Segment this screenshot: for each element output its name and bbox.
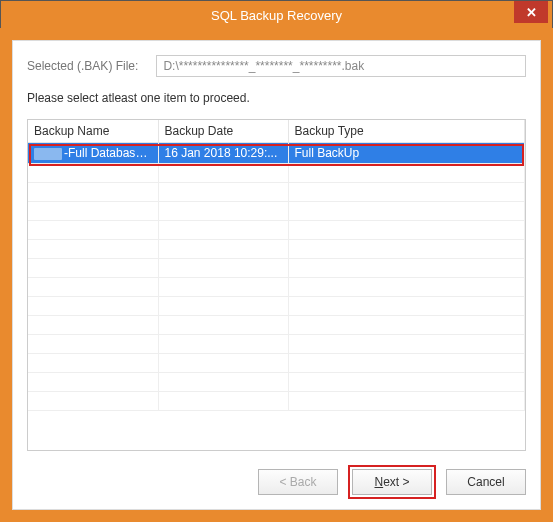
content-panel: Selected (.BAK) File: Please select atle… <box>12 40 541 510</box>
grid-row-empty <box>28 221 525 240</box>
cell-backup-name: -Full Database ... <box>28 143 158 164</box>
grid-row-empty <box>28 316 525 335</box>
grid-header-row: Backup Name Backup Date Backup Type <box>28 120 525 143</box>
cell-backup-type: Full BackUp <box>288 143 525 164</box>
col-backup-type[interactable]: Backup Type <box>288 120 525 143</box>
grid-row-empty <box>28 354 525 373</box>
grid-row-empty <box>28 392 525 411</box>
col-backup-name[interactable]: Backup Name <box>28 120 158 143</box>
col-backup-date[interactable]: Backup Date <box>158 120 288 143</box>
backup-grid[interactable]: Backup Name Backup Date Backup Type -Ful… <box>27 119 526 451</box>
instruction-text: Please select atleast one item to procee… <box>27 91 526 105</box>
grid-row-empty <box>28 259 525 278</box>
grid-row-selected[interactable]: -Full Database ... 16 Jan 2018 10:29:...… <box>28 143 525 164</box>
selected-file-input[interactable] <box>156 55 526 77</box>
grid-row-empty <box>28 240 525 259</box>
grid-row-empty <box>28 297 525 316</box>
close-icon: ✕ <box>526 5 537 20</box>
window-frame: Selected (.BAK) File: Please select atle… <box>0 28 553 522</box>
title-bar: SQL Backup Recovery ✕ <box>1 1 552 29</box>
grid-row-empty <box>28 202 525 221</box>
selected-file-row: Selected (.BAK) File: <box>27 55 526 77</box>
grid-row-empty <box>28 164 525 183</box>
grid-row-empty <box>28 335 525 354</box>
cancel-button[interactable]: Cancel <box>446 469 526 495</box>
back-button[interactable]: < Back <box>258 469 338 495</box>
highlight-outline-next: Next > <box>348 465 436 499</box>
grid-row-empty <box>28 373 525 392</box>
grid-row-empty <box>28 278 525 297</box>
close-button[interactable]: ✕ <box>514 1 548 23</box>
next-button[interactable]: Next > <box>352 469 432 495</box>
window-title: SQL Backup Recovery <box>1 8 552 23</box>
grid-row-empty <box>28 183 525 202</box>
selected-file-label: Selected (.BAK) File: <box>27 59 138 73</box>
cell-backup-date: 16 Jan 2018 10:29:... <box>158 143 288 164</box>
wizard-button-row: < Back Next > Cancel <box>27 465 526 499</box>
